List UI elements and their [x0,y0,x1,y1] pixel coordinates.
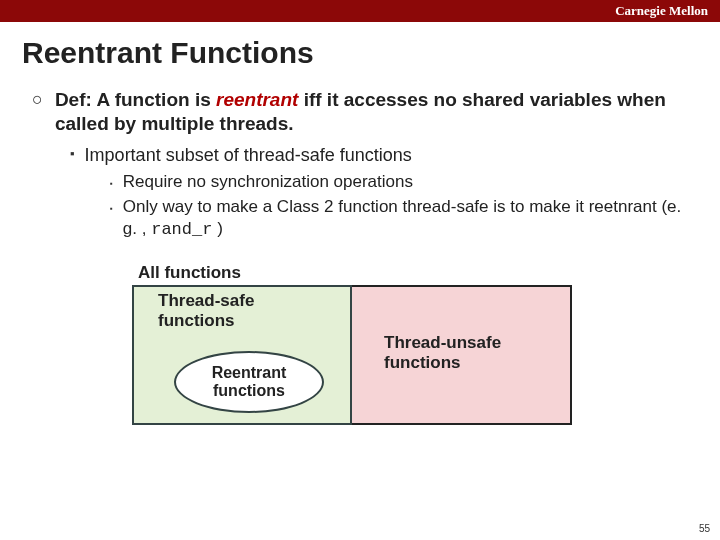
thread-safe-label: Thread-safefunctions [158,291,254,330]
all-functions-label: All functions [138,263,241,283]
def-prefix: Def: A function is [55,89,216,110]
venn-diagram: All functions Thread-safefunctions Threa… [132,263,572,428]
page-number: 55 [699,523,710,534]
sub2a-row: ▪ Require no synchronization operations [110,171,700,194]
reentrant-label: Reentrantfunctions [212,364,287,399]
sub1-text: Important subset of thread-safe function… [85,144,412,167]
bullet-square-small-icon: ▪ [110,199,113,241]
bullet-square-small-icon: ▪ [110,174,113,194]
sub1-row: ▪ Important subset of thread-safe functi… [70,144,700,167]
definition-row: ○ Def: A function is reentrant iff it ac… [32,88,700,136]
thread-unsafe-label: Thread-unsafefunctions [384,333,501,372]
reentrant-ellipse: Reentrantfunctions [174,351,324,413]
institution-label: Carnegie Mellon [615,3,708,18]
definition-text: Def: A function is reentrant iff it acce… [55,88,700,136]
def-keyword: reentrant [216,89,298,110]
content-area: ○ Def: A function is reentrant iff it ac… [32,88,700,428]
bullet-square-icon: ▪ [70,144,75,167]
sub2b-code: rand_r [151,220,212,239]
bullet-circle-icon: ○ [32,88,43,136]
sub2a-text: Require no synchronization operations [123,171,413,194]
sub2b-post: ) [212,219,222,238]
sub2b-text: Only way to make a Class 2 function thre… [123,196,700,241]
header-bar: Carnegie Mellon [0,0,720,22]
sub2b-row: ▪ Only way to make a Class 2 function th… [110,196,700,241]
slide-title: Reentrant Functions [22,36,720,70]
